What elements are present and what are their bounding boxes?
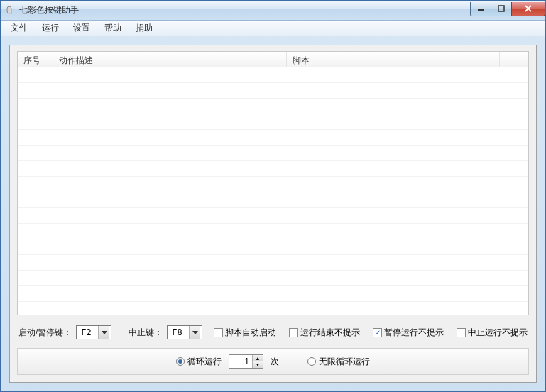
chevron-down-icon <box>98 326 109 339</box>
menubar: 文件 运行 设置 帮助 捐助 <box>1 21 545 36</box>
window-controls <box>471 2 545 16</box>
stop-no-prompt-label: 中止运行不提示 <box>468 327 528 339</box>
radio-box <box>307 357 316 366</box>
menu-run[interactable]: 运行 <box>35 20 66 36</box>
window-title: 七彩色按键助手 <box>19 4 471 16</box>
table-header: 序号 动作描述 脚本 <box>18 52 528 67</box>
auto-start-checkbox[interactable]: 脚本自动启动 <box>214 327 276 339</box>
pause-no-prompt-checkbox[interactable]: ✓ 暂停运行不提示 <box>373 327 444 339</box>
start-pause-key-value: F2 <box>78 327 98 337</box>
spinner-up-button[interactable]: ▲ <box>253 355 263 361</box>
infinite-loop-label: 无限循环运行 <box>319 356 370 368</box>
radio-box <box>176 357 185 366</box>
th-index[interactable]: 序号 <box>18 52 53 67</box>
th-script[interactable]: 脚本 <box>287 52 500 67</box>
controls-row: 启动/暂停键： F2 中止键： F8 <box>17 325 529 339</box>
menu-settings[interactable]: 设置 <box>66 20 97 36</box>
close-button[interactable] <box>511 2 545 16</box>
chevron-down-icon <box>189 326 200 339</box>
svg-rect-3 <box>498 6 504 11</box>
pause-no-prompt-label: 暂停运行不提示 <box>384 327 444 339</box>
svg-rect-1 <box>11 9 12 14</box>
app-icon <box>5 5 16 16</box>
stop-key-value: F8 <box>169 327 189 337</box>
start-pause-key-select[interactable]: F2 <box>76 325 111 339</box>
checkbox-box <box>457 328 466 337</box>
loop-bar: 循环运行 ▲ ▼ 次 无限循环运行 <box>17 348 529 375</box>
stop-no-prompt-checkbox[interactable]: 中止运行不提示 <box>457 327 528 339</box>
body-area: 序号 动作描述 脚本 启动/暂停键： F2 中止键： <box>1 36 545 391</box>
loop-count-spinner[interactable]: ▲ ▼ <box>229 354 263 369</box>
menu-help[interactable]: 帮助 <box>97 20 129 36</box>
maximize-button[interactable] <box>491 2 512 16</box>
loop-count-input[interactable] <box>229 355 252 368</box>
start-pause-key-label: 启动/暂停键： <box>18 327 72 339</box>
infinite-loop-radio[interactable]: 无限循环运行 <box>307 356 370 368</box>
stop-key-select[interactable]: F8 <box>167 325 202 339</box>
loop-run-label: 循环运行 <box>187 356 222 368</box>
stop-key-label: 中止键： <box>129 327 163 339</box>
inner-panel: 序号 动作描述 脚本 启动/暂停键： F2 中止键： <box>9 45 537 383</box>
checkbox-box: ✓ <box>373 328 382 337</box>
auto-start-label: 脚本自动启动 <box>225 327 276 339</box>
checkbox-box <box>214 328 223 337</box>
menu-donate[interactable]: 捐助 <box>129 20 160 36</box>
th-action-desc[interactable]: 动作描述 <box>53 52 287 67</box>
svg-marker-7 <box>192 331 198 334</box>
end-no-prompt-label: 运行结束不提示 <box>300 327 360 339</box>
action-table[interactable]: 序号 动作描述 脚本 <box>17 51 529 315</box>
svg-marker-6 <box>102 331 107 334</box>
th-extra[interactable] <box>500 52 528 67</box>
end-no-prompt-checkbox[interactable]: 运行结束不提示 <box>289 327 360 339</box>
loop-run-radio[interactable]: 循环运行 ▲ ▼ 次 <box>176 354 279 369</box>
minimize-button[interactable] <box>470 2 491 16</box>
titlebar[interactable]: 七彩色按键助手 <box>1 1 545 21</box>
times-label: 次 <box>271 356 279 368</box>
checkbox-box <box>289 328 298 337</box>
menu-file[interactable]: 文件 <box>4 20 35 36</box>
spinner-down-button[interactable]: ▼ <box>253 361 263 368</box>
app-window: 七彩色按键助手 文件 运行 设置 帮助 捐助 序号 动作描述 脚本 <box>0 0 546 392</box>
table-body[interactable] <box>18 67 528 315</box>
